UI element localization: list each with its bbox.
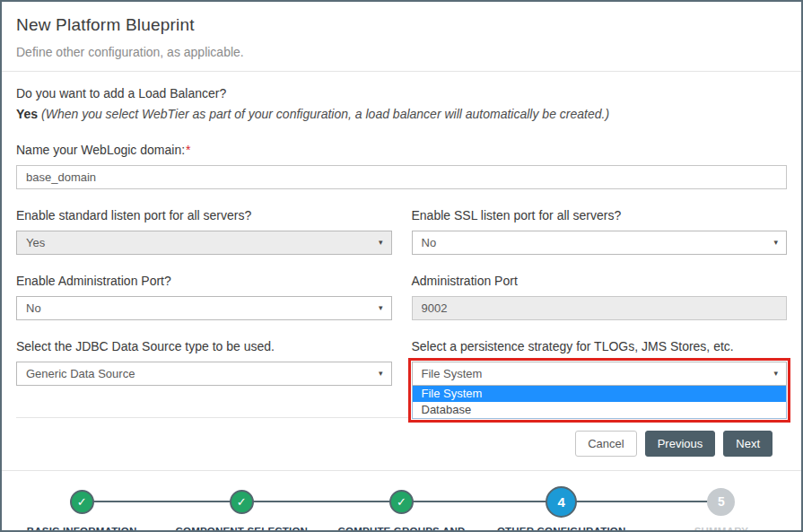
stepper-steps: ✓ BASIC INFORMATION ✓ COMPONENT SELECTIO…: [2, 484, 801, 532]
step-label: COMPUTE GROUPS AND TARGETING: [326, 525, 478, 532]
chevron-down-icon: ▾: [773, 239, 778, 247]
standard-listen-port-value: Yes: [26, 236, 45, 249]
annotation-highlight-box: File System ▾ File System Database: [408, 358, 791, 423]
step-label: BASIC INFORMATION: [27, 525, 137, 532]
persistence-strategy-value: File System: [422, 367, 483, 380]
enable-admin-port-group: Enable Administration Port? No ▾: [16, 274, 392, 320]
persistence-strategy-options: File System Database: [412, 386, 788, 419]
standard-listen-port-label: Enable standard listen port for all serv…: [16, 208, 392, 222]
admin-port-input[interactable]: [412, 296, 788, 320]
step-component-selection[interactable]: ✓ COMPONENT SELECTION: [161, 484, 321, 532]
standard-listen-port-select[interactable]: Yes ▾: [16, 231, 392, 255]
chevron-down-icon: ▾: [379, 370, 383, 378]
step-label: OTHER CONFIGURATION: [497, 525, 626, 532]
ssl-listen-port-group: Enable SSL listen port for all servers? …: [412, 208, 788, 255]
load-balancer-answer: Yes: [16, 107, 38, 121]
jdbc-source-value: Generic Data Source: [26, 367, 135, 380]
option-file-system[interactable]: File System: [413, 386, 787, 402]
check-icon: ✓: [389, 490, 414, 514]
check-icon: ✓: [230, 490, 254, 514]
persistence-strategy-group: Select a persistence strategy for TLOGs,…: [412, 339, 788, 394]
admin-port-group: Administration Port: [412, 274, 788, 320]
jdbc-source-group: Select the JDBC Data Source type to be u…: [16, 339, 392, 394]
button-bar: Cancel Previous Next: [16, 417, 787, 470]
page-subtitle: Define other configuration, as applicabl…: [16, 45, 787, 59]
required-asterisk: *: [186, 143, 190, 157]
ssl-listen-port-value: No: [422, 236, 437, 249]
chevron-down-icon: ▾: [773, 370, 778, 378]
step-compute-groups-and-targeting[interactable]: ✓ COMPUTE GROUPS AND TARGETING: [321, 484, 481, 532]
enable-admin-port-label: Enable Administration Port?: [16, 274, 392, 288]
wizard-stepper: ✓ BASIC INFORMATION ✓ COMPONENT SELECTIO…: [2, 470, 801, 532]
persistence-strategy-select[interactable]: File System ▾: [412, 362, 788, 386]
next-button[interactable]: Next: [723, 431, 772, 457]
page-title: New Platform Blueprint: [16, 15, 787, 35]
dialog-header: New Platform Blueprint Define other conf…: [2, 2, 801, 72]
jdbc-source-label: Select the JDBC Data Source type to be u…: [16, 339, 392, 353]
chevron-down-icon: ▾: [379, 304, 383, 312]
cancel-button[interactable]: Cancel: [575, 431, 636, 457]
enable-admin-port-value: No: [26, 301, 41, 315]
step-label: SUMMARY: [694, 525, 748, 532]
step-other-configuration[interactable]: 4 OTHER CONFIGURATION: [482, 484, 642, 532]
admin-port-label: Administration Port: [412, 274, 788, 288]
previous-button[interactable]: Previous: [645, 431, 716, 457]
persistence-strategy-label: Select a persistence strategy for TLOGs,…: [412, 339, 788, 353]
standard-listen-port-group: Enable standard listen port for all serv…: [16, 208, 392, 255]
form-body: Do you want to add a Load Balancer? Yes …: [2, 72, 801, 470]
weblogic-domain-input[interactable]: [16, 165, 787, 189]
chevron-down-icon: ▾: [379, 239, 383, 247]
step-basic-information[interactable]: ✓ BASIC INFORMATION: [2, 484, 161, 532]
persistence-strategy-slot: File System ▾ File System Database: [412, 362, 788, 394]
step-number-badge: 5: [707, 488, 735, 516]
jdbc-source-select[interactable]: Generic Data Source ▾: [16, 362, 392, 386]
weblogic-domain-label: Name your WebLogic domain:*: [16, 143, 787, 157]
new-platform-blueprint-dialog: { "window": { "title": "New Platform Blu…: [0, 0, 803, 532]
step-label: COMPONENT SELECTION: [176, 525, 309, 532]
option-database[interactable]: Database: [413, 402, 787, 418]
load-balancer-question: Do you want to add a Load Balancer?: [16, 86, 787, 100]
load-balancer-answer-line: Yes (When you select WebTier as part of …: [16, 107, 787, 121]
load-balancer-note: (When you select WebTier as part of your…: [38, 107, 609, 121]
ssl-listen-port-label: Enable SSL listen port for all servers?: [412, 208, 788, 222]
check-icon: ✓: [70, 490, 94, 514]
step-summary[interactable]: 5 SUMMARY: [642, 484, 801, 532]
form-grid: Enable standard listen port for all serv…: [16, 189, 787, 394]
enable-admin-port-select[interactable]: No ▾: [16, 296, 392, 320]
step-number-badge: 4: [546, 486, 577, 518]
ssl-listen-port-select[interactable]: No ▾: [412, 231, 788, 255]
